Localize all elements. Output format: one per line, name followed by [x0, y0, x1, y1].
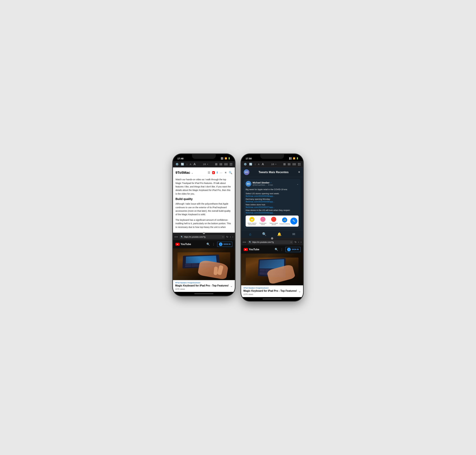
twitter-bottom-nav: ⌂ 🔍 🔔 ✉: [241, 230, 303, 238]
yt-play-icon-right: ▶: [244, 248, 248, 251]
tweet-label-0: Select US stores opening next week:: [246, 192, 279, 195]
settings-icon-left[interactable]: ⚙️: [176, 163, 179, 166]
yt-header-left: ▶ YouTube 🔍 ⋮ 👤 SIGN IN: [173, 240, 235, 248]
tweet-card: MS Michael Steeber ✓ @MichaelStee... · 8…: [244, 179, 300, 228]
facebook-icon[interactable]: f: [217, 171, 218, 174]
browser-bar-right[interactable]: ••• 🔍 https://m.youtube.com/?g ✕ ↻ ‹ ›: [241, 239, 303, 245]
temp-label: Temperature checks: [258, 222, 268, 225]
status-icons-right: ▌▌ 📶 🔋: [289, 157, 299, 160]
browser-bar-left[interactable]: ••• 🔍 https://m.youtube.com/?g ✕ ↻ ‹ ›: [173, 234, 235, 240]
tw-mail-icon[interactable]: ✉: [292, 232, 295, 236]
tweet-label-3: How stores in the US will look when they…: [246, 209, 290, 211]
layout-double-left[interactable]: [220, 163, 222, 165]
yt-signin-right[interactable]: 👤 SIGN IN: [285, 247, 300, 252]
tweet-link-2[interactable]: 9to5mac.com/2020/05/07/app...: [246, 206, 299, 208]
chevron-down-right: ▾: [275, 163, 276, 165]
tw-bell-icon[interactable]: 🔔: [277, 232, 282, 236]
yt-search-icon-right[interactable]: 🔍: [275, 248, 278, 251]
back-icon-left[interactable]: ‹: [230, 235, 231, 238]
video-chevron-right[interactable]: ⌄: [299, 290, 301, 293]
yt-signin-label-right: SIGN IN: [292, 248, 299, 251]
today-icon: ❤️: [271, 217, 276, 222]
video-title-row-left: Magic Keyboard for iPad Pro - Top Featur…: [175, 284, 233, 288]
video-views-left: 107K views: [175, 288, 233, 290]
url-clear-right[interactable]: ✕: [290, 241, 292, 243]
layout-grid-left[interactable]: [230, 163, 232, 165]
notch: [192, 154, 216, 159]
video-chevron-left[interactable]: ⌄: [230, 284, 233, 288]
tweet-section-title: Tweets Mais Recentes: [258, 171, 289, 174]
tweet-content-area: MS Michael Steeber ✓ @MichaelStee... · 8…: [241, 177, 303, 230]
signal-icon-left: ▌▌: [221, 157, 224, 160]
video-views-right: 107K views: [243, 293, 301, 295]
article-content-left: 9To5Mac ⌄ ☰ ▶ f ⋯ ☀ 🔍 Watch our hands-on…: [173, 167, 235, 233]
back-icon-right[interactable]: ‹: [298, 241, 299, 244]
font-large-right[interactable]: A: [262, 162, 264, 166]
youtube-icon-article[interactable]: ▶: [212, 171, 215, 174]
url-search-icon-right: 🔍: [249, 241, 251, 243]
more-icon-article[interactable]: ⋯: [220, 171, 222, 174]
notch-right: [260, 154, 284, 159]
refresh-icon-right[interactable]: 🔄: [249, 163, 252, 166]
url-bar-left[interactable]: 🔍 https://m.youtube.com/?g ✕: [179, 235, 225, 239]
yt-more-icon-right[interactable]: ⋮: [280, 248, 283, 251]
reload-icon-right[interactable]: ↻: [294, 241, 297, 244]
masks-icon: 😷: [250, 217, 255, 222]
tweet-link-3[interactable]: 9to5mac.com/2020/05/06/app...: [246, 211, 299, 214]
sort-icon-right[interactable]: ↕: [255, 163, 256, 166]
layout-triple-right[interactable]: [293, 163, 296, 165]
url-search-icon-left: 🔍: [181, 236, 183, 238]
tweet-link-1[interactable]: 9to5mac.com/2020/05/08/app...: [246, 200, 299, 203]
browser-dots-right[interactable]: •••: [243, 241, 246, 244]
reload-icon-left[interactable]: ↻: [226, 235, 228, 238]
yt-more-icon[interactable]: ⋮: [212, 243, 215, 246]
tweet-label-1: Germany opening Monday:: [246, 198, 271, 200]
url-bar-right[interactable]: 🔍 https://m.youtube.com/?g ✕: [248, 240, 293, 244]
fab-button[interactable]: ✎: [290, 218, 297, 225]
site-header-left: 9To5Mac ⌄ ☰ ▶ f ⋯ ☀ 🔍: [176, 169, 232, 176]
tweet-expand-icon[interactable]: ⌄: [297, 182, 299, 185]
sparkle-icon[interactable]: ✦: [298, 170, 300, 174]
layout-grid-right[interactable]: [298, 163, 300, 165]
tweet-avatar: MS: [246, 181, 251, 187]
clean-label: Frequent cleaning: [280, 223, 290, 225]
settings-icon-right[interactable]: ⚙️: [244, 163, 247, 166]
page-container: 17:48 ▌▌ 📶 🔋 ⚙️ 🔄 ↕ A A 1/6 ▾: [173, 154, 303, 301]
tweet-user-name: Michael Steeber: [253, 181, 270, 184]
video-thumbnail-right[interactable]: [241, 254, 303, 285]
tw-home-icon[interactable]: ⌂: [249, 232, 251, 236]
layout-double-right[interactable]: [288, 163, 290, 165]
tweet-link-0[interactable]: 9to5mac.com/2020/05/08/app...: [246, 195, 299, 197]
yt-nav-icons-right: 🔍 ⋮ 👤 SIGN IN: [275, 247, 300, 252]
yt-signin-left[interactable]: 👤 SIGN IN: [217, 242, 232, 247]
video-thumbnail-left[interactable]: [173, 248, 235, 280]
search-icon-article[interactable]: 🔍: [229, 171, 232, 174]
url-clear-left[interactable]: ✕: [222, 236, 224, 238]
brightness-icon[interactable]: ☀: [224, 171, 227, 174]
sort-icon-left[interactable]: ↕: [186, 163, 187, 166]
page-indicator-left: 1/6: [203, 163, 206, 165]
video-info-left: #iPad #ipadpro #magickeyboard Magic Keyb…: [173, 280, 235, 292]
forward-icon-right[interactable]: ›: [301, 241, 301, 244]
tweet-section-avatar: MS: [244, 169, 250, 175]
wifi-icon-right: 📶: [293, 157, 295, 160]
forward-icon-left[interactable]: ›: [233, 235, 233, 238]
font-small-left[interactable]: A: [190, 163, 191, 165]
home-indicator-right: [241, 297, 303, 301]
yt-search-icon[interactable]: 🔍: [206, 243, 210, 246]
layout-single-right[interactable]: [283, 163, 286, 165]
hamburger-icon[interactable]: ☰: [208, 171, 210, 174]
layout-single-left[interactable]: [215, 163, 217, 165]
font-large-left[interactable]: A: [194, 162, 196, 166]
browser-dots-left[interactable]: •••: [175, 236, 178, 238]
chevron-down-left: ▾: [207, 163, 208, 165]
video-title-right: Magic Keyboard for iPad Pro - Top Featur…: [243, 290, 299, 292]
yt-header-right: ▶ YouTube 🔍 ⋮ 👤 SIGN IN: [241, 245, 303, 254]
video-tags-left: #iPad #ipadpro #magickeyboard: [175, 282, 233, 284]
site-nav-left: ☰ ▶ f ⋯ ☀ 🔍: [208, 171, 232, 174]
tw-search-icon[interactable]: 🔍: [262, 232, 266, 236]
layout-triple-left[interactable]: [224, 163, 227, 165]
status-time-right: 17:50: [246, 157, 252, 160]
font-small-right[interactable]: A: [258, 163, 259, 165]
refresh-icon-left[interactable]: 🔄: [181, 163, 184, 166]
